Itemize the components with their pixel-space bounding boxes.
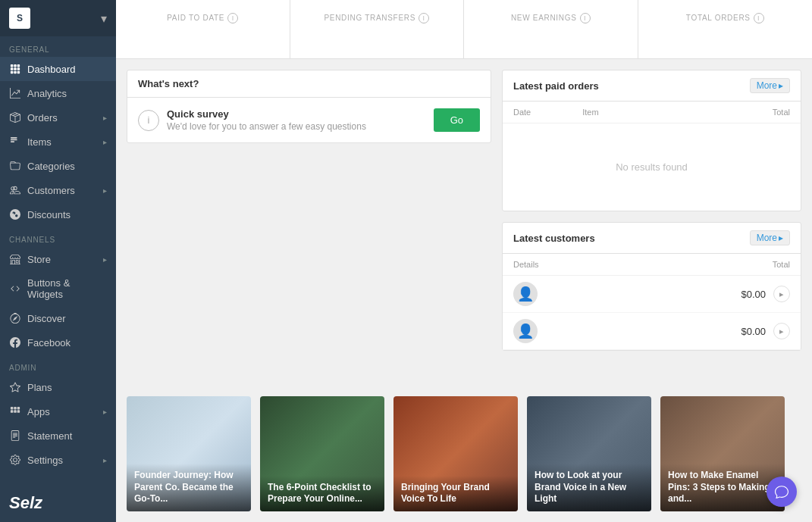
chevron-right-icon: ▸ — [103, 114, 107, 122]
sidebar-item-discover[interactable]: Discover — [0, 306, 116, 330]
sidebar-item-orders[interactable]: Orders ▸ — [0, 105, 116, 130]
blog-title: How to Look at your Brand Voice in a New… — [535, 470, 644, 505]
chevron-right-icon: ▸ — [103, 186, 107, 195]
sidebar-item-label: Categories — [27, 161, 75, 172]
sidebar-item-dashboard[interactable]: Dashboard — [0, 57, 116, 81]
customer-row: 👤 $0.00 ▸ — [503, 313, 801, 350]
sidebar-item-label: Apps — [27, 406, 50, 417]
box-icon — [9, 111, 21, 123]
content-area: What's next? i Quick survey We'd love fo… — [116, 59, 812, 386]
customers-more-button[interactable]: More ▸ — [750, 230, 790, 245]
sidebar-logo: S — [9, 8, 30, 29]
sidebar-item-store[interactable]: Store ▸ — [0, 247, 116, 271]
blog-card-1[interactable]: Founder Journey: How Parent Co. Became t… — [127, 396, 251, 511]
col-item: Item — [582, 108, 721, 117]
sidebar-item-apps[interactable]: Apps ▸ — [0, 399, 116, 424]
chat-bubble[interactable] — [767, 477, 797, 507]
blog-overlay: The 6-Point Checklist to Prepare Your On… — [260, 476, 384, 511]
apps-icon — [9, 405, 21, 417]
no-results-message: No results found — [503, 123, 801, 211]
sidebar-item-buttons-widgets[interactable]: Buttons & Widgets — [0, 271, 116, 306]
stats-bar: PAID TO DATE i PENDING TRANSFERS i NEW E… — [116, 0, 812, 59]
sidebar-item-analytics[interactable]: Analytics — [0, 81, 116, 105]
sidebar-item-plans[interactable]: Plans — [0, 375, 116, 399]
tag-icon — [9, 136, 21, 148]
latest-customers-card: Latest customers More ▸ Details Total 👤 — [502, 222, 801, 351]
orders-more-button[interactable]: More ▸ — [750, 78, 790, 93]
whats-next-title: What's next? — [138, 78, 199, 89]
blog-card-4[interactable]: How to Look at your Brand Voice in a New… — [527, 396, 651, 511]
sidebar-item-label: Store — [27, 254, 51, 265]
info-icon[interactable]: i — [419, 13, 429, 23]
sidebar-item-label: Customers — [27, 185, 75, 196]
section-label-general: GENERAL — [0, 36, 116, 57]
col-details: Details — [513, 260, 652, 269]
sidebar-item-label: Orders — [27, 112, 58, 123]
orders-header: Latest paid orders More ▸ — [503, 70, 801, 102]
stat-paid-to-date: PAID TO DATE i — [116, 0, 290, 58]
code-icon — [9, 283, 21, 295]
sidebar-item-label: Discounts — [27, 209, 71, 220]
main-content: PAID TO DATE i PENDING TRANSFERS i NEW E… — [116, 0, 812, 522]
sidebar: S ▾ GENERAL Dashboard Analytics Orders ▸… — [0, 0, 116, 522]
orders-table-header: Date Item Total — [503, 102, 801, 123]
sidebar-item-label: Statement — [27, 430, 72, 442]
user-avatar-icon: 👤 — [517, 286, 534, 302]
customer-total: $0.00 — [741, 326, 766, 337]
stat-label: PENDING TRANSFERS i — [324, 13, 429, 23]
go-button[interactable]: Go — [434, 108, 480, 132]
sidebar-item-customers[interactable]: Customers ▸ — [0, 178, 116, 202]
sidebar-item-categories[interactable]: Categories — [0, 154, 116, 178]
user-avatar-icon: 👤 — [517, 323, 534, 339]
blog-overlay: Founder Journey: How Parent Co. Became t… — [127, 464, 251, 511]
survey-subtitle: We'd love for you to answer a few easy q… — [167, 121, 426, 132]
customer-row: 👤 $0.00 ▸ — [503, 276, 801, 313]
customer-chevron-button[interactable]: ▸ — [773, 323, 790, 339]
sidebar-item-facebook[interactable]: Facebook — [0, 330, 116, 355]
survey-row: i Quick survey We'd love for you to answ… — [138, 108, 480, 132]
chart-icon — [9, 87, 21, 99]
users-icon — [9, 184, 21, 196]
col-total: Total — [721, 108, 790, 117]
customers-header: Latest customers More ▸ — [503, 223, 801, 254]
col-total: Total — [652, 260, 791, 269]
info-icon[interactable]: i — [754, 13, 764, 23]
sidebar-toggle[interactable]: ▾ — [101, 11, 107, 26]
sidebar-item-statement[interactable]: Statement — [0, 424, 116, 448]
folder-icon — [9, 160, 21, 172]
sidebar-item-discounts[interactable]: Discounts — [0, 202, 116, 227]
stat-pending-transfers: PENDING TRANSFERS i — [290, 0, 465, 58]
sidebar-header: S ▾ — [0, 0, 116, 36]
sidebar-item-label: Discover — [27, 313, 66, 324]
sidebar-item-settings[interactable]: Settings ▸ — [0, 448, 116, 472]
survey-info-icon: i — [138, 110, 159, 131]
sidebar-item-label: Dashboard — [27, 64, 76, 75]
blog-card-3[interactable]: Bringing Your Brand Voice To Life — [393, 396, 518, 511]
blog-title: Bringing Your Brand Voice To Life — [401, 482, 510, 505]
compass-icon — [9, 312, 21, 324]
sidebar-item-label: Settings — [27, 455, 63, 466]
customer-chevron-button[interactable]: ▸ — [773, 286, 790, 302]
avatar: 👤 — [513, 319, 538, 343]
sidebar-item-label: Facebook — [27, 337, 71, 349]
chevron-right-icon: ▸ — [103, 255, 107, 264]
sidebar-item-items[interactable]: Items ▸ — [0, 130, 116, 154]
stat-value — [723, 27, 727, 46]
section-label-admin: ADMIN — [0, 355, 116, 375]
chevron-right-icon: ▸ — [779, 80, 783, 91]
sidebar-item-label: Analytics — [27, 88, 67, 99]
sidebar-item-label: Buttons & Widgets — [27, 277, 107, 300]
store-icon — [9, 253, 21, 265]
avatar: 👤 — [513, 282, 538, 306]
customers-table-header: Details Total — [503, 254, 801, 276]
blog-card-2[interactable]: The 6-Point Checklist to Prepare Your On… — [260, 396, 384, 511]
latest-orders-card: Latest paid orders More ▸ Date Item Tota… — [502, 70, 801, 211]
stat-value — [375, 27, 379, 46]
blog-title: The 6-Point Checklist to Prepare Your On… — [268, 482, 377, 505]
whats-next-header: What's next? — [127, 70, 491, 98]
selz-logo: Selz — [9, 493, 42, 512]
info-icon[interactable]: i — [227, 13, 238, 23]
blog-title: Founder Journey: How Parent Co. Became t… — [134, 470, 243, 505]
info-icon[interactable]: i — [580, 13, 591, 23]
chevron-right-icon: ▸ — [103, 408, 107, 416]
